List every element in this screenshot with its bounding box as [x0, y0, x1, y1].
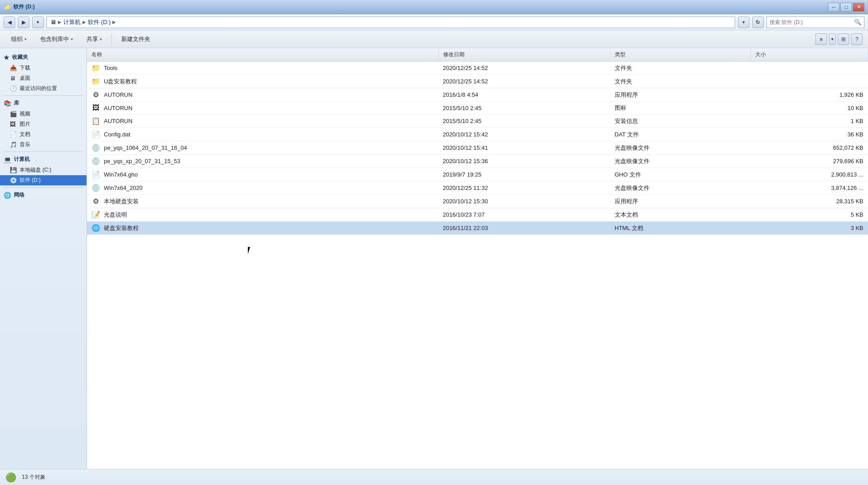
sidebar-item-document[interactable]: 📄 文档 — [0, 129, 86, 140]
file-modified: 2015/5/10 2:45 — [438, 115, 610, 128]
file-type: 文件夹 — [610, 75, 751, 88]
table-row[interactable]: 📋AUTORUN2015/5/10 2:45安装信息1 KB — [87, 115, 868, 128]
include-button[interactable]: 包含到库中 ▾ — [34, 33, 79, 46]
file-modified: 2016/10/23 7:07 — [438, 208, 610, 222]
file-name: 硬盘安装教程 — [104, 224, 139, 232]
new-folder-button[interactable]: 新建文件夹 — [115, 33, 156, 46]
table-row[interactable]: ⚙AUTORUN2016/1/8 4:54应用程序1,926 KB — [87, 88, 868, 102]
file-type: GHO 文件 — [610, 168, 751, 181]
file-modified: 2020/12/25 14:52 — [438, 62, 610, 75]
sidebar-item-downloads[interactable]: 📥 下载 — [0, 63, 86, 73]
organize-label: 组织 — [11, 35, 23, 43]
share-arrow: ▾ — [100, 37, 102, 41]
table-row[interactable]: 🌐硬盘安装教程2016/11/21 22:03HTML 文档3 KB — [87, 222, 868, 235]
drive-d-icon: 💿 — [10, 177, 17, 184]
col-modified[interactable]: 修改日期 — [438, 48, 610, 62]
path-computer[interactable]: 计算机 — [63, 18, 81, 26]
file-icon: 📋 — [91, 117, 100, 125]
file-name: AUTORUN — [104, 105, 132, 111]
sidebar-section-network: 🌐 网络 — [0, 189, 86, 201]
file-pane: 名称 修改日期 类型 大小 📁Tools2020/12/25 14:52文件夹📁… — [87, 48, 868, 469]
preview-button[interactable]: ⊞ — [838, 33, 849, 45]
file-icon: 🌐 — [91, 224, 100, 232]
address-path[interactable]: 🖥 ▶ 计算机 ▶ 软件 (D:) ▶ — [46, 16, 735, 28]
table-row[interactable]: 📄Win7x64.gho2019/9/7 19:25GHO 文件2,900,81… — [87, 168, 868, 181]
file-icon: 📝 — [91, 210, 100, 219]
drive-c-label: 本地磁盘 (C:) — [20, 166, 51, 174]
file-type: DAT 文件 — [610, 128, 751, 141]
toolbar: 组织 ▾ 包含到库中 ▾ 共享 ▾ 新建文件夹 ≡ ▼ ⊞ ? — [0, 30, 868, 48]
table-row[interactable]: 📁U盘安装教程2020/12/25 14:52文件夹 — [87, 75, 868, 88]
downloads-label: 下载 — [20, 64, 30, 72]
sidebar-header-library[interactable]: 📚 库 — [0, 98, 86, 109]
sidebar-header-network[interactable]: 🌐 网络 — [0, 189, 86, 201]
table-row[interactable]: 📄Config.dat2020/10/12 15:42DAT 文件36 KB — [87, 128, 868, 141]
table-row[interactable]: 🖼AUTORUN2015/5/10 2:45图标10 KB — [87, 102, 868, 115]
file-name: 光盘说明 — [104, 211, 127, 219]
path-drive-d[interactable]: 软件 (D:) — [88, 18, 111, 26]
col-name[interactable]: 名称 — [87, 48, 438, 62]
forward-button[interactable]: ▶ — [18, 16, 29, 28]
sidebar-item-music[interactable]: 🎵 音乐 — [0, 140, 86, 150]
drive-c-icon: 💾 — [10, 167, 17, 173]
help-button[interactable]: ? — [851, 33, 863, 45]
statusbar-count: 13 个对象 — [22, 473, 45, 481]
file-size: 279,696 KB — [751, 155, 868, 168]
sidebar-item-drive-c[interactable]: 💾 本地磁盘 (C:) — [0, 165, 86, 175]
file-name: pe_yqs_xp_20_07_31_15_53 — [104, 158, 180, 164]
file-size: 2,900,813 ... — [751, 168, 868, 181]
file-size: 3 KB — [751, 222, 868, 235]
file-modified: 2015/5/10 2:45 — [438, 102, 610, 115]
view-button[interactable]: ≡ — [815, 33, 827, 45]
file-icon: ⚙ — [91, 90, 100, 99]
sidebar-item-video[interactable]: 🎬 视频 — [0, 109, 86, 119]
address-dropdown[interactable]: ▼ — [738, 16, 749, 28]
sidebar-header-computer[interactable]: 💻 计算机 — [0, 154, 86, 165]
file-name: Tools — [104, 65, 117, 71]
network-icon: 🌐 — [4, 192, 11, 199]
table-row[interactable]: 💿Win7x64_20202020/12/25 11:32光盘映像文件3,874… — [87, 181, 868, 195]
file-icon: 💿 — [91, 184, 100, 192]
file-size — [751, 62, 868, 75]
view-dropdown[interactable]: ▼ — [829, 33, 836, 45]
main-layout: ★ 收藏夹 📥 下载 🖥 桌面 🕐 最近访问的位置 📚 库 — [0, 48, 868, 469]
sidebar-header-favorites[interactable]: ★ 收藏夹 — [0, 52, 86, 63]
include-label: 包含到库中 — [40, 35, 69, 43]
back-button[interactable]: ◀ — [4, 16, 15, 28]
recent-button[interactable]: ▼ — [32, 16, 44, 28]
sidebar-item-recent[interactable]: 🕐 最近访问的位置 — [0, 83, 86, 94]
col-size[interactable]: 大小 — [751, 48, 868, 62]
sidebar-section-favorites: ★ 收藏夹 📥 下载 🖥 桌面 🕐 最近访问的位置 — [0, 52, 86, 94]
search-input[interactable] — [769, 19, 852, 25]
sidebar-item-desktop[interactable]: 🖥 桌面 — [0, 73, 86, 83]
file-size: 1 KB — [751, 115, 868, 128]
organize-button[interactable]: 组织 ▾ — [5, 33, 33, 46]
file-type: 光盘映像文件 — [610, 181, 751, 195]
file-size: 652,072 KB — [751, 141, 868, 155]
share-button[interactable]: 共享 ▾ — [81, 33, 108, 46]
file-type: 文件夹 — [610, 62, 751, 75]
col-type[interactable]: 类型 — [610, 48, 751, 62]
table-row[interactable]: 💿pe_yqs_1064_20_07_31_16_042020/10/12 15… — [87, 141, 868, 155]
maximize-button[interactable]: □ — [840, 3, 852, 12]
toolbar-separator — [111, 34, 112, 45]
music-label: 音乐 — [20, 141, 30, 148]
sidebar: ★ 收藏夹 📥 下载 🖥 桌面 🕐 最近访问的位置 📚 库 — [0, 48, 87, 469]
file-type: HTML 文档 — [610, 222, 751, 235]
sidebar-item-picture[interactable]: 🖼 图片 — [0, 119, 86, 129]
file-name: Win7x64_2020 — [104, 185, 143, 191]
minimize-button[interactable]: ─ — [828, 3, 839, 12]
file-icon: 🖼 — [91, 104, 100, 112]
file-type: 应用程序 — [610, 195, 751, 208]
include-arrow: ▾ — [71, 37, 73, 41]
sidebar-item-drive-d[interactable]: 💿 软件 (D:) — [0, 175, 86, 185]
computer-icon: 💻 — [4, 156, 11, 163]
table-row[interactable]: 💿pe_yqs_xp_20_07_31_15_532020/10/12 15:3… — [87, 155, 868, 168]
table-row[interactable]: 📁Tools2020/12/25 14:52文件夹 — [87, 62, 868, 75]
close-button[interactable]: ✕ — [853, 3, 864, 12]
table-row[interactable]: 📝光盘说明2016/10/23 7:07文本文档5 KB — [87, 208, 868, 222]
organize-arrow: ▾ — [25, 37, 27, 41]
refresh-button[interactable]: ↻ — [752, 16, 764, 28]
file-size: 3,874,126 ... — [751, 181, 868, 195]
table-row[interactable]: ⚙本地硬盘安装2020/10/12 15:30应用程序28,315 KB — [87, 195, 868, 208]
